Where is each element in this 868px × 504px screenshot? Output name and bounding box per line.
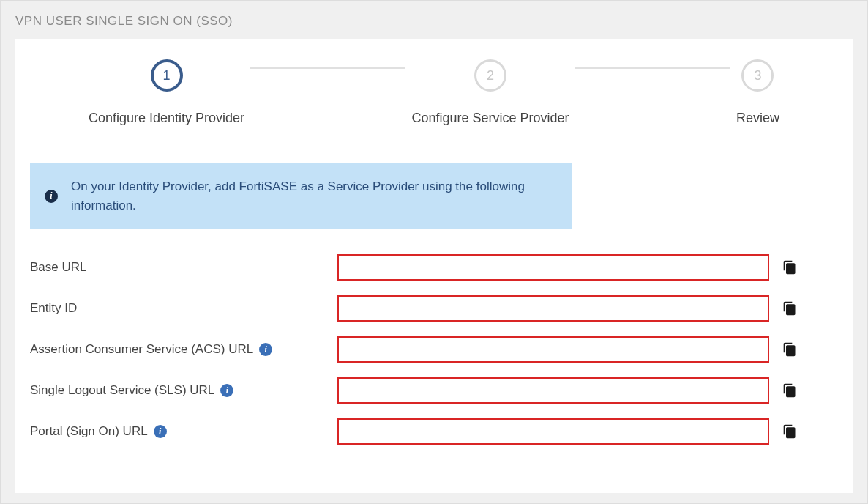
row-acs-url: Assertion Consumer Service (ACS) URL i (30, 336, 838, 363)
input-portal-url[interactable] (337, 418, 769, 445)
step-3-circle: 3 (741, 59, 774, 92)
info-icon-portal[interactable]: i (154, 425, 167, 438)
info-icon-acs[interactable]: i (259, 343, 272, 356)
step-2-circle: 2 (474, 59, 506, 92)
label-portal-url: Portal (Sign On) URL i (30, 424, 337, 439)
label-acs-url-text: Assertion Consumer Service (ACS) URL (30, 342, 253, 357)
panel-title: VPN USER SINGLE SIGN ON (SSO) (1, 1, 867, 39)
step-1-circle: 1 (151, 59, 183, 92)
input-base-url[interactable] (337, 254, 769, 281)
copy-button-sls-url[interactable] (782, 383, 797, 398)
copy-button-portal-url[interactable] (782, 424, 797, 439)
info-banner-text: On your Identity Provider, add FortiSASE… (71, 177, 557, 215)
step-3[interactable]: 3 Review (736, 59, 779, 126)
label-entity-id-text: Entity ID (30, 301, 77, 316)
step-2-label: Configure Service Provider (411, 111, 569, 126)
copy-button-base-url[interactable] (782, 260, 797, 275)
sso-config-panel: VPN USER SINGLE SIGN ON (SSO) 1 Configur… (0, 0, 868, 504)
label-base-url: Base URL (30, 260, 337, 275)
step-1-label: Configure Identity Provider (89, 111, 244, 126)
stepper: 1 Configure Identity Provider 2 Configur… (30, 59, 838, 126)
label-portal-url-text: Portal (Sign On) URL (30, 424, 148, 439)
info-icon: i (45, 190, 58, 203)
step-1[interactable]: 1 Configure Identity Provider (89, 59, 244, 126)
row-base-url: Base URL (30, 254, 838, 281)
info-banner: i On your Identity Provider, add FortiSA… (30, 163, 572, 229)
copy-icon (782, 424, 797, 439)
step-3-label: Review (736, 111, 779, 126)
copy-icon (782, 383, 797, 398)
label-sls-url-text: Single Logout Service (SLS) URL (30, 383, 214, 398)
step-2[interactable]: 2 Configure Service Provider (411, 59, 569, 126)
copy-icon (782, 301, 797, 316)
copy-icon (782, 260, 797, 275)
copy-button-acs-url[interactable] (782, 342, 797, 357)
row-portal-url: Portal (Sign On) URL i (30, 418, 838, 445)
step-connector-2 (575, 67, 730, 69)
label-acs-url: Assertion Consumer Service (ACS) URL i (30, 342, 337, 357)
info-icon-sls[interactable]: i (220, 384, 233, 397)
step-connector-1 (250, 67, 405, 69)
row-sls-url: Single Logout Service (SLS) URL i (30, 377, 838, 404)
content-card: 1 Configure Identity Provider 2 Configur… (15, 39, 853, 493)
label-sls-url: Single Logout Service (SLS) URL i (30, 383, 337, 398)
input-sls-url[interactable] (337, 377, 769, 404)
input-acs-url[interactable] (337, 336, 769, 363)
input-entity-id[interactable] (337, 295, 769, 322)
copy-icon (782, 342, 797, 357)
copy-button-entity-id[interactable] (782, 301, 797, 316)
row-entity-id: Entity ID (30, 295, 838, 322)
label-entity-id: Entity ID (30, 301, 337, 316)
label-base-url-text: Base URL (30, 260, 86, 275)
